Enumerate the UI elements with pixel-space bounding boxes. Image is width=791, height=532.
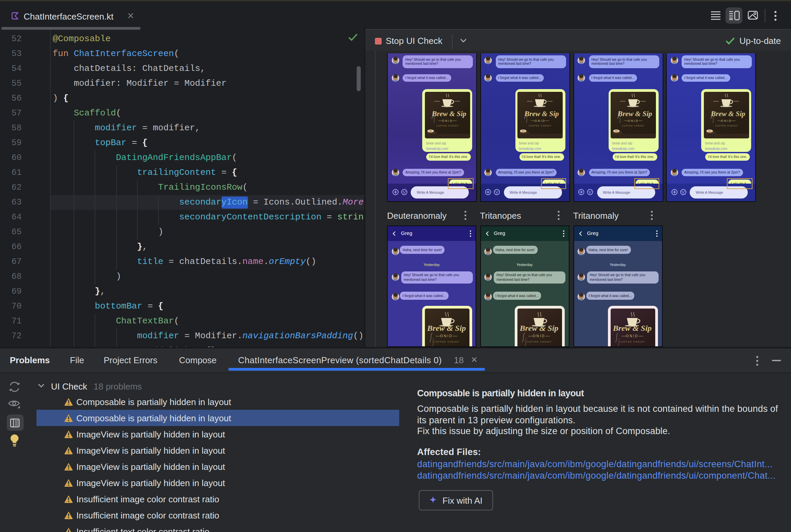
svg-text:COFFEE CHSIDY: COFFEE CHSIDY — [433, 340, 459, 343]
svg-text:Brew & Sip: Brew & Sip — [618, 109, 652, 117]
svg-text:Brew & Sip: Brew & Sip — [431, 109, 466, 117]
svg-text:COFFEE CHSIDY: COFFEE CHSIDY — [526, 340, 552, 343]
svg-text:ONID: ONID — [442, 119, 453, 122]
svg-text:ONID: ONID — [626, 334, 639, 338]
svg-text:COFFEE CHSIDY: COFFEE CHSIDY — [622, 124, 644, 127]
svg-text:ONID: ONID — [721, 119, 732, 122]
svg-text:ONID: ONID — [440, 334, 453, 338]
svg-text:COFFEE CHSIDY: COFFEE CHSIDY — [529, 124, 551, 127]
svg-text:ONID: ONID — [535, 119, 546, 122]
svg-text:COFFEE CHSIDY: COFFEE CHSIDY — [620, 340, 645, 343]
svg-text:Brew & Sip: Brew & Sip — [613, 323, 652, 332]
svg-text:Brew & Sip: Brew & Sip — [710, 109, 745, 117]
svg-text:Brew & Sip: Brew & Sip — [524, 109, 559, 117]
svg-text:COFFEE CHSIDY: COFFEE CHSIDY — [715, 124, 737, 127]
svg-text:Brew & Sip: Brew & Sip — [519, 323, 559, 332]
svg-text:ONID: ONID — [628, 119, 639, 122]
svg-text:Brew & Sip: Brew & Sip — [427, 323, 466, 332]
svg-text:COFFEE CHSIDY: COFFEE CHSIDY — [436, 124, 458, 127]
svg-text:ONID: ONID — [533, 334, 546, 338]
